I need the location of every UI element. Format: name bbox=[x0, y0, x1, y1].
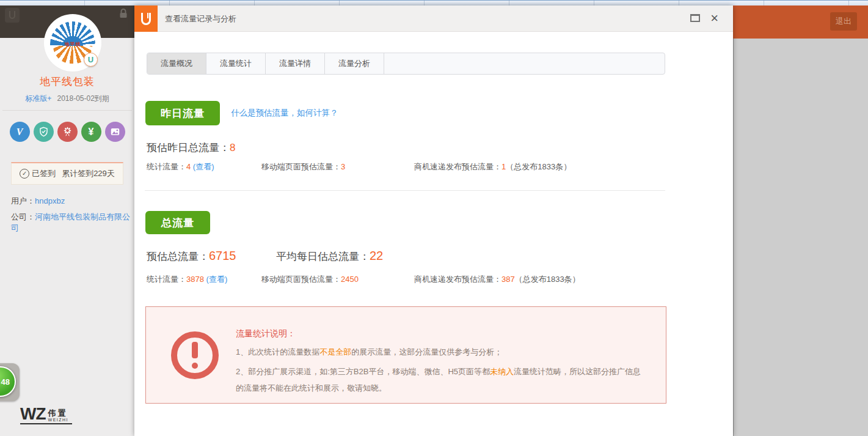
traffic-notice-box: 流量统计说明： 1、此次统计的流量数据不是全部的展示流量，这部分流量仅供参考与分… bbox=[145, 306, 666, 404]
stat-label: 移动端页面预估流量： bbox=[261, 162, 341, 171]
stat-suffix: （总发布1833条） bbox=[506, 162, 571, 171]
notice-title: 流量统计说明： bbox=[236, 328, 296, 339]
stat-mobile-traffic: 移动端页面预估流量：3 bbox=[261, 161, 345, 172]
notice-line-1: 1、此次统计的流量数据不是全部的展示流量，这部分流量仅供参考与分析； bbox=[236, 346, 657, 358]
stat-mobile-traffic: 移动端页面预估流量：2450 bbox=[261, 274, 359, 285]
stat-label: 商机速递发布预估流量： bbox=[414, 162, 501, 171]
checkin-total-days: 累计签到229天 bbox=[62, 168, 115, 179]
tab-traffic-overview[interactable]: 流量概况 bbox=[147, 53, 206, 74]
stat-label: 移动端页面预估流量： bbox=[261, 275, 341, 284]
view-link[interactable]: (查看) bbox=[193, 162, 214, 171]
avg-line: 平均每日估总流量：22 bbox=[276, 249, 533, 264]
sidebar-icon-row: V ¥ bbox=[0, 122, 134, 142]
stat-value: 2450 bbox=[341, 275, 359, 284]
weizhi-en-text: WEIZHI bbox=[48, 418, 69, 422]
plan-link[interactable]: 标准版+ bbox=[25, 94, 51, 103]
yesterday-total-label: 预估昨日总流量： bbox=[147, 142, 230, 153]
exclamation-icon bbox=[171, 331, 219, 379]
dialog-header: 查看流量记录与分析 × bbox=[134, 6, 733, 32]
picture-icon[interactable] bbox=[105, 122, 125, 142]
notice-text: 2、部分推广展示渠道，如:第三方B2B平台，移动端、微信、H5页面等都 bbox=[236, 367, 490, 376]
notice-highlight: 不是全部 bbox=[319, 347, 351, 357]
yesterday-traffic-button[interactable]: 昨日流量 bbox=[145, 101, 220, 125]
company-row: 公司：河南地平线包装制品有限公司 bbox=[11, 212, 134, 234]
dialog-body: 流量概况 流量统计 流量详情 流量分析 昨日流量 什么是预估流量，如何计算？ 预… bbox=[134, 32, 733, 436]
stat-label: 统计流量： bbox=[147, 275, 186, 284]
company-label: 公司： bbox=[11, 212, 35, 221]
shield-check-icon[interactable] bbox=[34, 122, 54, 142]
notice-text: 1、此次统计的流量数据 bbox=[236, 347, 319, 357]
notice-line-2: 2、部分推广展示渠道，如:第三方B2B平台，移动端、微信、H5页面等都未纳入流量… bbox=[236, 363, 646, 396]
sidebar: 地平线 U 地平线包装 标准版+ 2018-05-02到期 V ¥ ✓ 已签到 … bbox=[0, 6, 134, 436]
stat-value: 3 bbox=[341, 162, 345, 171]
avg-value: 22 bbox=[370, 249, 383, 262]
page-background bbox=[733, 39, 868, 436]
verified-v-icon[interactable]: V bbox=[10, 122, 30, 142]
yesterday-total-value: 8 bbox=[230, 142, 235, 153]
view-link[interactable]: (查看) bbox=[206, 275, 228, 284]
total-value: 6715 bbox=[209, 249, 236, 262]
checkin-status: ✓ 已签到 bbox=[20, 168, 56, 179]
notice-highlight: 未纳入 bbox=[490, 367, 514, 376]
u-logo-icon bbox=[134, 6, 158, 32]
user-link[interactable]: hndpxbz bbox=[35, 196, 65, 205]
expiry-date: 2018-05-02到期 bbox=[57, 94, 109, 103]
total-stats-row: 统计流量：3878 (查看) 移动端页面预估流量：2450 商机速递发布预估流量… bbox=[147, 274, 660, 285]
tab-traffic-details[interactable]: 流量详情 bbox=[266, 53, 325, 74]
medal-icon[interactable] bbox=[57, 122, 78, 142]
section-divider bbox=[145, 190, 665, 191]
tab-traffic-stats[interactable]: 流量统计 bbox=[206, 53, 266, 74]
tab-traffic-analysis[interactable]: 流量分析 bbox=[325, 53, 384, 74]
total-line: 预估总流量：6715 平均每日估总流量：22 bbox=[147, 249, 236, 264]
logout-button[interactable]: 退出 bbox=[830, 12, 857, 31]
stat-counted-traffic: 统计流量：3878 (查看) bbox=[147, 274, 227, 285]
lock-icon bbox=[119, 8, 128, 19]
total-traffic-button[interactable]: 总流量 bbox=[145, 211, 210, 234]
plan-expiry-row: 标准版+ 2018-05-02到期 bbox=[0, 94, 134, 104]
stat-counted-traffic: 统计流量：4 (查看) bbox=[147, 161, 214, 172]
maximize-button[interactable] bbox=[690, 14, 700, 22]
weizhi-logo: WZ 伟置 WEIZHI bbox=[20, 406, 72, 424]
stat-label: 商机速递发布预估流量： bbox=[414, 275, 501, 284]
stat-label: 统计流量： bbox=[147, 162, 186, 171]
yesterday-total-line: 预估昨日总流量：8 bbox=[147, 141, 235, 155]
browser-tab-strip bbox=[0, 0, 868, 6]
yuan-icon[interactable]: ¥ bbox=[81, 122, 101, 142]
stat-value: 387 bbox=[501, 275, 515, 284]
avatar-u-badge-icon: U bbox=[84, 53, 98, 67]
weizhi-cn-text: 伟置 bbox=[48, 409, 69, 417]
notice-text: 的展示流量，这部分流量仅供参考与分析； bbox=[351, 347, 502, 357]
check-icon: ✓ bbox=[20, 169, 29, 179]
total-label: 预估总流量： bbox=[147, 251, 209, 262]
u-mini-logo-icon bbox=[5, 8, 20, 23]
avg-label: 平均每日估总流量： bbox=[276, 251, 370, 262]
stat-biz-express-traffic: 商机速递发布预估流量：387（总发布1833条） bbox=[414, 274, 580, 285]
traffic-dialog: 查看流量记录与分析 × 流量概况 流量统计 流量详情 流量分析 昨日流量 什么是… bbox=[134, 6, 733, 436]
estimate-help-link[interactable]: 什么是预估流量，如何计算？ bbox=[231, 106, 338, 120]
checkin-card: ✓ 已签到 累计签到229天 bbox=[11, 162, 123, 185]
company-title: 地平线包装 bbox=[0, 75, 134, 89]
tab-bar: 流量概况 流量统计 流量详情 流量分析 bbox=[147, 53, 665, 75]
close-icon[interactable]: × bbox=[710, 9, 718, 28]
stat-biz-express-traffic: 商机速递发布预估流量：1（总发布1833条） bbox=[414, 161, 571, 172]
dialog-title: 查看流量记录与分析 bbox=[165, 6, 236, 32]
stat-value: 3878 bbox=[186, 275, 204, 284]
user-row: 用户：hndpxbz bbox=[11, 196, 65, 207]
user-label: 用户： bbox=[11, 196, 35, 205]
yesterday-stats-row: 统计流量：4 (查看) 移动端页面预估流量：3 商机速递发布预估流量：1（总发布… bbox=[147, 161, 660, 172]
wz-logo-text: WZ bbox=[20, 406, 46, 422]
stat-suffix: （总发布1833条） bbox=[515, 275, 580, 284]
checkin-status-label: 已签到 bbox=[32, 168, 56, 179]
sidebar-divider bbox=[2, 110, 132, 111]
stat-value: 4 bbox=[186, 162, 191, 171]
avatar-text: 地平线 bbox=[46, 41, 99, 48]
